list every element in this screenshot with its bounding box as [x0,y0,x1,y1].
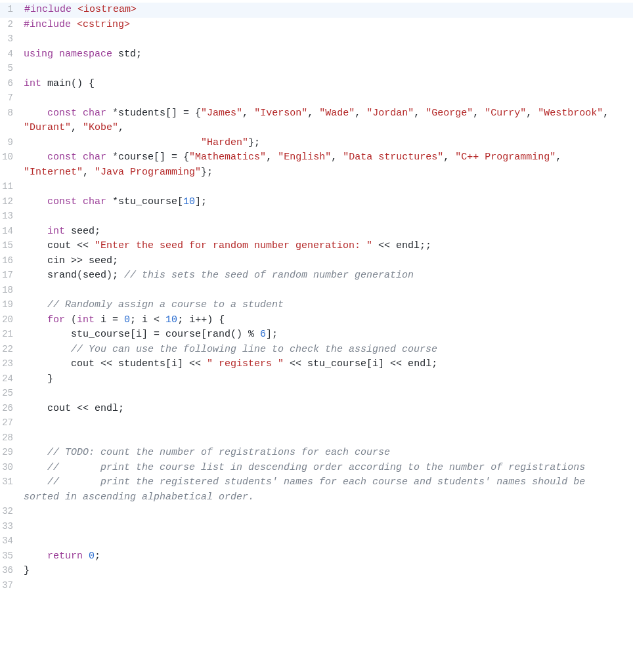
line-number: 27 [0,416,18,430]
token-plain [71,19,77,30]
code-line[interactable]: 34 [0,534,633,549]
code-content[interactable]: srand(seed); // this sets the seed of ra… [18,268,633,284]
code-line[interactable]: 6int main() { [0,77,633,92]
token-plain [24,344,71,355]
token-kw: int [47,226,65,237]
token-plain [24,551,47,562]
code-line[interactable]: 16 cin >> seed; [0,254,633,269]
code-editor[interactable]: 1#include <iostream>2#include <cstring>3… [0,0,633,596]
code-line[interactable]: 30 // print the course list in descendin… [0,461,633,476]
code-content[interactable]: int main() { [18,77,633,92]
code-line[interactable]: 18 [0,284,633,299]
code-line[interactable]: 5 [0,62,633,77]
code-line[interactable]: 9 "Harden"}; [0,136,633,151]
code-line[interactable]: 10 const char *course[] = {"Mathematics"… [0,150,633,180]
token-str: "Internet" [24,167,83,178]
token-kw: for [47,314,65,326]
code-content[interactable]: const char *stu_course[10]; [18,195,633,210]
token-str: "Curry" [485,108,526,119]
code-line[interactable]: 29 // TODO: count the number of registra… [0,446,633,461]
code-line[interactable]: 22 // You can use the following line to … [0,343,633,358]
code-content[interactable]: // You can use the following line to che… [18,343,633,358]
line-number: 23 [0,357,18,371]
token-kw: char [83,108,106,119]
token-str: "Java Programming" [95,167,201,178]
code-line[interactable]: 2#include <cstring> [0,18,633,33]
code-content[interactable]: cout << students[i] << " registers " << … [18,357,633,372]
code-line[interactable]: 19 // Randomly assign a course to a stud… [0,298,633,313]
code-line[interactable]: 35 return 0; [0,549,633,564]
token-plain: << stu_course[i] << endl; [284,358,437,369]
code-line[interactable]: 8 const char *students[] = {"James", "Iv… [0,106,633,136]
code-line[interactable]: 7 [0,91,633,106]
code-line[interactable]: 32 [0,505,633,520]
token-plain: , [307,108,319,119]
code-content[interactable]: cout << endl; [18,402,633,417]
token-plain [24,476,47,488]
token-str: "Durant" [24,122,71,133]
code-content[interactable]: using namespace std; [18,47,633,62]
code-line[interactable]: 23 cout << students[i] << " registers " … [0,357,633,372]
token-plain: cin >> seed; [24,255,118,266]
code-content[interactable]: return 0; [18,549,633,564]
code-content[interactable]: cout << "Enter the seed for random numbe… [18,239,633,254]
code-content[interactable]: } [18,564,633,579]
token-plain: , [443,152,455,163]
token-plain: cout << [24,240,95,251]
code-line[interactable]: 15 cout << "Enter the seed for random nu… [0,239,633,254]
code-content[interactable]: const char *students[] = {"James", "Iver… [18,106,633,136]
token-plain: seed; [65,226,100,237]
code-line[interactable]: 26 cout << endl; [0,402,633,417]
line-number: 25 [0,387,18,400]
code-line[interactable]: 17 srand(seed); // this sets the seed of… [0,268,633,284]
code-line[interactable]: 36} [0,564,633,579]
token-str: "Jordan" [366,108,414,119]
token-plain: , [331,152,343,163]
line-number: 9 [0,136,18,150]
token-plain: , [266,152,278,163]
code-line[interactable]: 13 [0,209,633,224]
token-plain [53,49,59,60]
code-line[interactable]: 11 [0,180,633,195]
code-line[interactable]: 3 [0,32,633,47]
line-number: 16 [0,254,18,268]
code-line[interactable]: 37 [0,579,633,594]
code-content[interactable]: stu_course[i] = course[rand() % 6]; [18,327,633,343]
line-number: 18 [0,284,18,297]
code-content[interactable]: // print the course list in descending o… [18,461,633,476]
token-str: "Data structures" [343,152,443,163]
code-content[interactable]: #include <iostream> [18,3,633,18]
line-number: 20 [0,313,18,327]
code-content[interactable]: // print the registered students' names … [18,475,633,505]
line-number: 5 [0,62,18,75]
code-line[interactable]: 28 [0,431,633,446]
token-num: 10 [183,196,195,207]
code-content[interactable]: // TODO: count the number of registratio… [18,446,633,461]
code-line[interactable]: 21 stu_course[i] = course[rand() % 6]; [0,327,633,343]
token-plain: ; i++) { [177,314,225,326]
code-content[interactable]: // Randomly assign a course to a student [18,298,633,313]
token-plain: ( [65,314,77,326]
token-str: " registers " [207,358,284,369]
code-content[interactable]: for (int i = 0; i < 10; i++) { [18,313,633,328]
code-content[interactable]: int seed; [18,224,633,240]
code-line[interactable]: 14 int seed; [0,224,633,240]
code-line[interactable]: 24 } [0,372,633,387]
code-line[interactable]: 20 for (int i = 0; i < 10; i++) { [0,313,633,328]
code-content[interactable]: } [18,372,633,387]
code-line[interactable]: 25 [0,387,633,402]
token-kw: char [83,152,106,163]
code-content[interactable]: cin >> seed; [18,254,633,269]
line-number: 32 [0,505,18,518]
code-line[interactable]: 27 [0,416,633,431]
line-number: 2 [0,18,18,32]
code-line[interactable]: 1#include <iostream> [0,3,633,18]
code-content[interactable]: #include <cstring> [18,18,633,33]
code-line[interactable]: 12 const char *stu_course[10]; [0,195,633,210]
code-line[interactable]: 31 // print the registered students' nam… [0,475,633,505]
code-line[interactable]: 33 [0,520,633,535]
code-content[interactable]: const char *course[] = {"Mathematics", "… [18,150,633,180]
token-num: 0 [89,551,95,562]
code-line[interactable]: 4using namespace std; [0,47,633,62]
code-content[interactable]: "Harden"}; [18,136,633,151]
